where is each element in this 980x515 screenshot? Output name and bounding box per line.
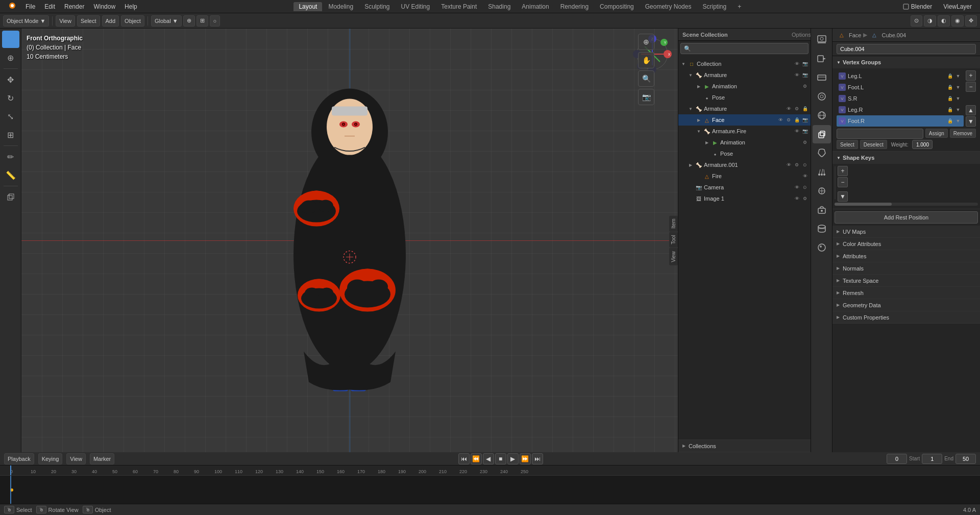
vg-deselect-btn[interactable]: Deselect xyxy=(860,140,887,149)
tree-item-face[interactable]: ▶ △ Face 👁 ⚙ 🔒 📷 xyxy=(678,114,811,126)
geometry-data-row[interactable]: ▶ Geometry Data xyxy=(832,299,980,311)
start-frame-input[interactable] xyxy=(922,454,942,464)
tool-move[interactable]: ✥ xyxy=(2,71,19,88)
outliner-search[interactable]: 🔍 xyxy=(680,43,808,54)
tool-annotate[interactable]: ✏ xyxy=(2,148,19,165)
viewport-camera[interactable]: 📷 xyxy=(638,89,654,105)
color-attributes-row[interactable]: ▶ Color Attributes xyxy=(832,238,980,250)
object-menu[interactable]: Object xyxy=(121,15,144,27)
tool-measure[interactable]: 📏 xyxy=(2,166,19,184)
view-menu[interactable]: View xyxy=(56,15,75,27)
timeline-view-menu[interactable]: View xyxy=(66,453,86,464)
tab-scripting[interactable]: Scripting xyxy=(697,2,731,11)
jump-to-end-btn[interactable]: ⏭ xyxy=(532,453,543,464)
add-menu[interactable]: Add xyxy=(102,15,119,27)
play-btn[interactable]: ▶ xyxy=(507,453,519,464)
stop-btn[interactable]: ■ xyxy=(495,453,506,464)
vg-arrow-foot-r[interactable]: ▼ xyxy=(954,117,962,125)
jump-to-next-keyframe-btn[interactable]: ⏩ xyxy=(520,453,531,464)
vg-assign-btn[interactable]: Assign xyxy=(925,129,948,138)
shape-keys-header[interactable]: ▼ Shape Keys xyxy=(832,152,980,164)
tree-item-pose-2[interactable]: ⬥ Pose xyxy=(678,148,811,159)
overlay-settings[interactable]: ⊙ xyxy=(911,15,922,27)
normals-row[interactable]: ▶ Normals xyxy=(832,262,980,275)
tree-item-armature-001[interactable]: ▶ 🦴 Armature.001 👁 ⚙ ⊙ xyxy=(678,159,811,170)
pivot-point[interactable]: ⊕ xyxy=(183,15,195,27)
select-menu[interactable]: Select xyxy=(77,15,100,27)
tool-scale[interactable]: ⤡ xyxy=(2,108,19,125)
vg-remove-btn[interactable]: − xyxy=(966,82,976,92)
tree-item-collection[interactable]: ▼ □ Collection 👁 📷 xyxy=(678,58,811,69)
vg-move-up-btn[interactable]: ▲ xyxy=(966,105,976,115)
tool-transform[interactable]: ⊞ xyxy=(2,126,19,143)
tree-item-image1[interactable]: 🖼 Image 1 👁 ⚙ xyxy=(678,193,811,204)
face-extra1[interactable]: ⚙ xyxy=(785,116,792,124)
arm2-vis-btn[interactable]: 👁 xyxy=(785,105,792,112)
sk-scrollbar[interactable] xyxy=(835,203,978,206)
vg-select-btn[interactable]: Select xyxy=(837,140,858,149)
tab-sculpting[interactable]: Sculpting xyxy=(359,2,395,11)
vg-arrow-leg-l[interactable]: ▼ xyxy=(954,72,962,80)
prop-world-icon[interactable] xyxy=(813,106,831,125)
vg-name-field[interactable] xyxy=(837,129,923,139)
tree-item-armature-fire[interactable]: ▼ 🦴 Armature.Fire 👁 📷 xyxy=(678,126,811,137)
sk-add-btn[interactable]: + xyxy=(838,166,848,176)
vg-remove-from-btn[interactable]: Remove xyxy=(950,129,976,138)
attributes-row[interactable]: ▶ Attributes xyxy=(832,250,980,262)
viewport-3d-cursor[interactable]: ⊕ xyxy=(638,34,654,50)
prop-view-layer-icon[interactable] xyxy=(813,68,831,87)
file-menu[interactable]: File xyxy=(21,2,39,11)
prop-material-icon[interactable] xyxy=(813,238,831,257)
object-name-input[interactable] xyxy=(837,44,976,54)
face-extra2[interactable]: 🔒 xyxy=(793,116,800,124)
tree-item-animation-2[interactable]: ▶ ▶ Animation ⚙ xyxy=(678,137,811,148)
viewport[interactable]: Front Orthographic (0) Collection | Face… xyxy=(21,29,678,452)
gizmo-toggle[interactable]: ✥ xyxy=(965,15,977,27)
scene-selector[interactable]: Blender xyxy=(899,2,936,11)
arm2-extra2[interactable]: 🔒 xyxy=(801,105,808,112)
current-frame-input[interactable] xyxy=(887,454,907,464)
side-tab-item[interactable]: Item xyxy=(669,215,678,231)
vg-lock-s-r[interactable]: 🔒 xyxy=(946,95,953,102)
play-reverse-btn[interactable]: ◀ xyxy=(483,453,494,464)
snapping[interactable]: ⊞ xyxy=(197,15,208,27)
edit-menu[interactable]: Edit xyxy=(40,2,59,11)
tree-item-armature-1[interactable]: ▼ 🦴 Armature 👁 📷 xyxy=(678,69,811,81)
proportional-edit[interactable]: ○ xyxy=(210,15,220,27)
outliner-options-btn[interactable]: Options xyxy=(796,30,806,40)
tab-add[interactable]: + xyxy=(732,2,746,11)
prop-object-icon[interactable] xyxy=(813,125,831,143)
fire-vis-btn[interactable]: 👁 xyxy=(801,173,808,180)
viewport-zoom[interactable]: 🔍 xyxy=(638,70,654,87)
blender-menu[interactable] xyxy=(4,1,20,12)
viewport-hand-tool[interactable]: ✋ xyxy=(638,52,654,68)
vg-lock-foot-r[interactable]: 🔒 xyxy=(946,117,953,125)
tool-cursor[interactable]: ⊕ xyxy=(2,49,19,66)
jump-to-prev-keyframe-btn[interactable]: ⏪ xyxy=(471,453,482,464)
prop-data-icon[interactable] xyxy=(813,219,831,238)
arm001-extra2[interactable]: ⊙ xyxy=(801,161,808,168)
help-menu[interactable]: Help xyxy=(120,2,141,11)
tab-rendering[interactable]: Rendering xyxy=(555,2,594,11)
armfire-render-btn[interactable]: 📷 xyxy=(801,128,808,135)
side-tab-tool[interactable]: Tool xyxy=(669,232,678,248)
window-menu[interactable]: Window xyxy=(89,2,119,11)
end-frame-input[interactable] xyxy=(955,454,976,464)
cam-extra[interactable]: ⊙ xyxy=(801,184,808,191)
prop-constraints-icon[interactable] xyxy=(813,201,831,219)
tree-item-pose-1[interactable]: ⬥ Pose xyxy=(678,92,811,103)
vg-add-btn[interactable]: + xyxy=(966,70,976,81)
prop-physics-icon[interactable] xyxy=(813,182,831,200)
jump-to-start-btn[interactable]: ⏮ xyxy=(458,453,470,464)
prop-modifier-icon[interactable] xyxy=(813,144,831,162)
shading-material[interactable]: ◐ xyxy=(938,15,950,27)
arm1-vis-btn[interactable]: 👁 xyxy=(793,71,800,79)
tab-layout[interactable]: Layout xyxy=(293,2,322,11)
vg-lock-leg-r[interactable]: 🔒 xyxy=(946,106,953,113)
prop-particles-icon[interactable] xyxy=(813,163,831,181)
tool-add-cube[interactable] xyxy=(2,188,19,206)
arm001-vis-btn[interactable]: 👁 xyxy=(785,161,792,168)
vg-arrow-s-r[interactable]: ▼ xyxy=(954,95,962,102)
vg-row-foot-l[interactable]: V Foot.L 🔒 ▼ xyxy=(837,82,964,93)
uv-maps-row[interactable]: ▶ UV Maps xyxy=(832,226,980,238)
